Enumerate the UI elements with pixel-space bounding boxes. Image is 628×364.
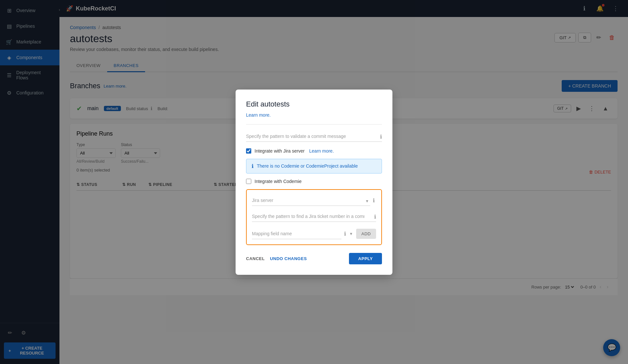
codemie-checkbox-label[interactable]: Integrate with Codemie [255, 179, 302, 184]
jira-learn-more-link[interactable]: Learn more. [309, 148, 334, 154]
codemie-checkbox[interactable] [246, 179, 251, 184]
jira-ticket-pattern-input[interactable] [252, 211, 376, 222]
mapping-field-input[interactable] [252, 228, 341, 239]
modal-title: Edit autotests [246, 100, 382, 108]
jira-ticket-info-icon[interactable]: ℹ [374, 214, 376, 220]
edit-modal: Edit autotests Learn more. ℹ Integrate w… [236, 90, 392, 275]
mapping-dropdown-icon[interactable]: ▾ [350, 231, 352, 236]
undo-changes-button[interactable]: UNDO CHANGES [270, 254, 307, 264]
info-box-icon: ℹ [252, 163, 254, 169]
commit-pattern-input[interactable] [246, 131, 382, 142]
modal-overlay[interactable]: Edit autotests Learn more. ℹ Integrate w… [0, 0, 628, 364]
jira-checkbox-label[interactable]: Integrate with Jira server [255, 148, 305, 154]
apply-button[interactable]: APPLY [349, 253, 382, 264]
modal-divider [246, 124, 382, 124]
jira-server-row: ℹ ▾ Jira server [252, 195, 376, 206]
modal-learn-more-link[interactable]: Learn more. [246, 112, 382, 118]
modal-actions: CANCEL UNDO CHANGES APPLY [246, 253, 382, 264]
cancel-button[interactable]: CANCEL [246, 254, 265, 264]
jira-config-section: ℹ ▾ Jira server ℹ ℹ ▾ ADD [246, 189, 382, 245]
add-mapping-button[interactable]: ADD [356, 229, 376, 239]
commit-pattern-field: ℹ [246, 131, 382, 142]
codemie-checkbox-row: Integrate with Codemie [246, 179, 382, 184]
jira-server-select[interactable] [252, 195, 370, 206]
codemie-info-box: ℹ There is no Codemie or CodemieProject … [246, 159, 382, 174]
mapping-info-icon[interactable]: ℹ [344, 231, 346, 237]
commit-pattern-info-icon[interactable]: ℹ [380, 134, 382, 140]
jira-checkbox-row: Integrate with Jira server Learn more. [246, 148, 382, 154]
info-box-message: There is no Codemie or CodemieProject av… [257, 163, 358, 169]
jira-ticket-pattern-field: ℹ [252, 211, 376, 222]
jira-server-info-icon[interactable]: ℹ [373, 197, 375, 204]
mapping-field-row: ℹ ▾ ADD [252, 228, 376, 239]
jira-checkbox[interactable] [246, 148, 251, 154]
jira-server-field: ℹ ▾ Jira server [252, 195, 376, 206]
